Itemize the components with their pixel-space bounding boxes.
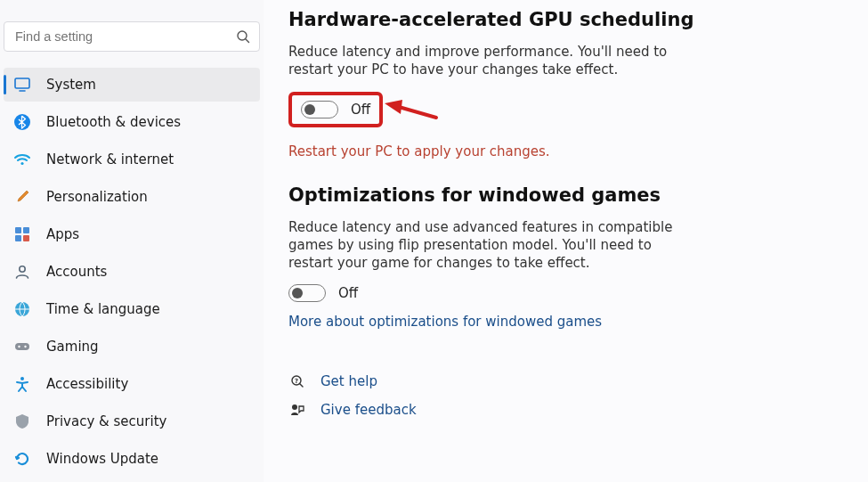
sidebar-item-label: Personalization	[46, 189, 148, 205]
toggle-knob	[304, 104, 315, 115]
brush-icon	[12, 187, 32, 207]
annotation-highlight-box: Off	[288, 92, 383, 127]
svg-line-1	[246, 39, 249, 43]
sidebar-item-system[interactable]: System	[4, 68, 260, 102]
svg-text:?: ?	[295, 378, 298, 385]
search-field[interactable]	[4, 21, 260, 52]
restart-warning: Restart your PC to apply your changes.	[288, 143, 843, 159]
sidebar-item-label: Gaming	[46, 339, 99, 355]
feedback-icon	[288, 401, 306, 419]
search-input[interactable]	[15, 29, 229, 44]
sidebar-item-label: Windows Update	[46, 451, 158, 467]
help-section: ? Get help Give feedback	[288, 372, 843, 419]
get-help-link[interactable]: ? Get help	[288, 372, 843, 390]
main-content: Hardware-accelerated GPU scheduling Redu…	[264, 0, 868, 482]
sidebar-item-label: Accessibility	[46, 376, 128, 392]
give-feedback-link[interactable]: Give feedback	[288, 401, 843, 419]
search-container	[4, 0, 260, 64]
sidebar-item-label: Time & language	[46, 301, 160, 317]
gpu-toggle-state: Off	[351, 102, 370, 118]
apps-icon	[12, 225, 32, 244]
gpu-scheduling-title: Hardware-accelerated GPU scheduling	[288, 9, 843, 30]
gpu-scheduling-desc: Reduce latency and improve performance. …	[288, 43, 698, 79]
sidebar-item-bluetooth-devices[interactable]: Bluetooth & devices	[4, 105, 260, 139]
sidebar-item-accounts[interactable]: Accounts	[4, 255, 260, 289]
sidebar-item-windows-update[interactable]: Windows Update	[4, 442, 260, 476]
sidebar-item-label: Network & internet	[46, 151, 174, 167]
gpu-scheduling-toggle[interactable]	[301, 101, 338, 118]
sidebar: System Bluetooth & devices Network & int…	[0, 0, 264, 482]
sidebar-item-apps[interactable]: Apps	[4, 217, 260, 251]
get-help-label: Get help	[320, 373, 377, 389]
svg-rect-12	[15, 343, 29, 350]
svg-line-19	[300, 384, 304, 388]
svg-rect-6	[15, 227, 21, 233]
sidebar-item-label: System	[46, 77, 96, 93]
sidebar-item-label: Privacy & security	[46, 413, 166, 429]
sidebar-nav: System Bluetooth & devices Network & int…	[4, 68, 260, 476]
svg-point-13	[18, 346, 20, 347]
wifi-icon	[12, 150, 32, 169]
sidebar-item-label: Apps	[46, 226, 79, 242]
sidebar-item-personalization[interactable]: Personalization	[4, 180, 260, 214]
gpu-scheduling-section: Hardware-accelerated GPU scheduling Redu…	[288, 9, 843, 159]
svg-point-15	[20, 377, 24, 380]
svg-point-10	[20, 266, 25, 272]
windowed-games-toggle-state: Off	[338, 285, 358, 301]
sidebar-item-network-internet[interactable]: Network & internet	[4, 143, 260, 176]
sidebar-item-accessibility[interactable]: Accessibility	[4, 367, 260, 401]
system-icon	[12, 75, 32, 94]
clock-globe-icon	[12, 299, 32, 319]
help-icon: ?	[288, 372, 306, 390]
sidebar-item-label: Bluetooth & devices	[46, 114, 181, 130]
windowed-games-more-link[interactable]: More about optimizations for windowed ga…	[288, 314, 602, 330]
sidebar-item-gaming[interactable]: Gaming	[4, 330, 260, 364]
account-icon	[12, 262, 32, 282]
bluetooth-icon	[12, 112, 32, 132]
svg-rect-7	[23, 227, 29, 233]
windowed-games-toggle[interactable]	[288, 284, 326, 302]
svg-rect-2	[15, 78, 29, 88]
sidebar-item-label: Accounts	[46, 264, 107, 280]
shield-icon	[12, 412, 32, 431]
svg-point-21	[292, 404, 297, 410]
svg-point-5	[20, 162, 23, 165]
search-icon	[236, 29, 250, 44]
windowed-games-section: Optimizations for windowed games Reduce …	[288, 184, 843, 331]
svg-marker-17	[385, 100, 402, 114]
windowed-games-toggle-row: Off	[288, 284, 843, 302]
settings-app: System Bluetooth & devices Network & int…	[0, 0, 868, 482]
sidebar-item-privacy-security[interactable]: Privacy & security	[4, 404, 260, 438]
annotation-arrow-icon	[383, 96, 440, 123]
svg-point-0	[238, 31, 247, 40]
svg-point-14	[24, 346, 26, 347]
accessibility-icon	[12, 374, 32, 394]
gpu-toggle-row: Off	[301, 101, 370, 118]
windowed-games-title: Optimizations for windowed games	[288, 184, 843, 206]
toggle-knob	[292, 288, 303, 298]
svg-rect-8	[15, 235, 21, 241]
svg-line-16	[399, 107, 436, 118]
windowed-games-desc: Reduce latency and use advanced features…	[288, 218, 698, 273]
gamepad-icon	[12, 337, 32, 356]
update-icon	[12, 449, 32, 469]
sidebar-item-time-language[interactable]: Time & language	[4, 292, 260, 326]
svg-rect-9	[23, 235, 29, 241]
give-feedback-label: Give feedback	[320, 402, 417, 418]
